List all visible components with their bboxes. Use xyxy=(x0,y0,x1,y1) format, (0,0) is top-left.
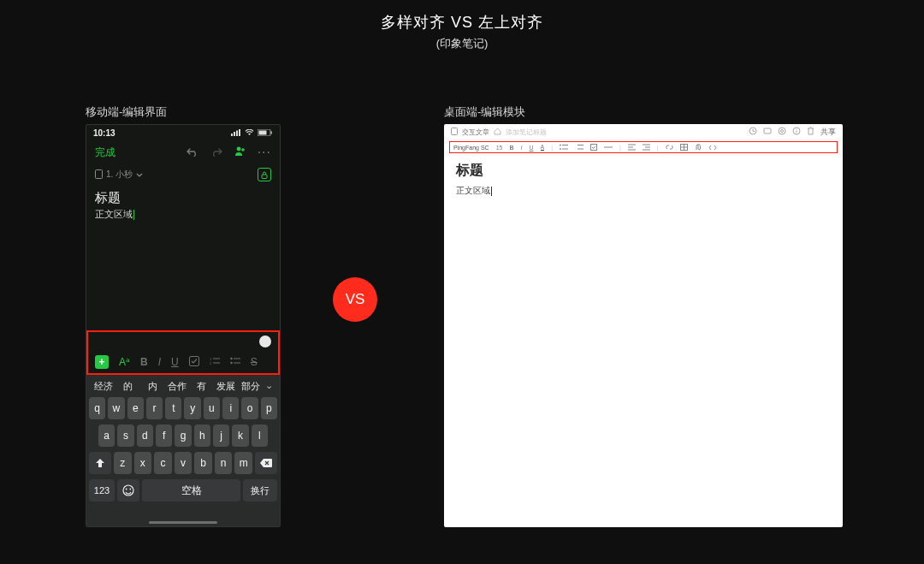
add-block-button[interactable]: + xyxy=(95,355,109,369)
separator: | xyxy=(551,145,553,151)
mobile-editor-panel: 10:13 完成 ··· xyxy=(86,124,281,527)
key[interactable]: m xyxy=(234,452,252,474)
backspace-key[interactable] xyxy=(255,452,277,474)
suggestion[interactable]: 合作 xyxy=(165,380,190,393)
bold-button[interactable]: B xyxy=(140,356,148,368)
text-cursor xyxy=(133,210,134,220)
svg-point-15 xyxy=(230,358,232,359)
bullet-list-icon[interactable] xyxy=(230,356,240,368)
indent-icon[interactable] xyxy=(643,144,650,151)
home-indicator xyxy=(149,521,217,524)
checklist-icon[interactable] xyxy=(189,356,199,369)
key[interactable]: l xyxy=(252,424,268,447)
bullet-list-icon[interactable] xyxy=(560,144,568,151)
chevron-down-icon[interactable]: ⌄ xyxy=(263,380,275,393)
strikethrough-button[interactable]: S xyxy=(251,356,258,368)
key[interactable]: b xyxy=(194,452,212,474)
key[interactable]: c xyxy=(154,452,172,474)
key[interactable]: z xyxy=(114,452,132,474)
undo-icon[interactable] xyxy=(187,145,198,160)
chevron-down-icon[interactable] xyxy=(136,170,143,180)
svg-rect-22 xyxy=(452,128,458,134)
suggestion[interactable]: 内 xyxy=(140,380,165,393)
desktop-editor-panel: 交互文章 添加笔记标题 共享 PingFang SC 15 B I U A | … xyxy=(444,124,843,527)
suggestion[interactable]: 部分 xyxy=(238,380,263,393)
desktop-note-title[interactable]: 标题 xyxy=(444,153,843,180)
key[interactable]: d xyxy=(137,424,153,447)
hr-icon[interactable] xyxy=(604,145,613,149)
svg-rect-8 xyxy=(96,169,103,178)
link-icon[interactable] xyxy=(666,144,673,151)
key[interactable]: j xyxy=(213,424,229,447)
table-icon[interactable] xyxy=(680,144,688,151)
space-key[interactable]: 空格 xyxy=(142,479,240,502)
svg-point-20 xyxy=(126,489,127,490)
key[interactable]: u xyxy=(204,397,220,419)
notebook-icon xyxy=(451,128,458,137)
font-size-select[interactable]: 15 xyxy=(496,145,503,151)
key[interactable]: o xyxy=(241,397,258,419)
key[interactable]: t xyxy=(165,397,181,419)
key[interactable]: s xyxy=(117,424,133,447)
key[interactable]: q xyxy=(89,397,105,419)
key[interactable]: e xyxy=(127,397,144,419)
crumb-note-name[interactable]: 1. 小秒 xyxy=(106,169,133,181)
underline-button[interactable]: U xyxy=(529,145,533,151)
share-button[interactable]: 共享 xyxy=(820,127,836,138)
redo-icon[interactable] xyxy=(210,145,222,160)
note-body[interactable]: 正文区域 xyxy=(86,206,280,223)
home-icon[interactable] xyxy=(494,128,501,137)
tag-icon[interactable] xyxy=(763,127,772,137)
emoji-key[interactable] xyxy=(117,479,139,502)
note-title[interactable]: 标题 xyxy=(86,185,280,206)
text-color-button[interactable]: A xyxy=(541,144,545,151)
share-person-icon[interactable] xyxy=(234,145,246,160)
key[interactable]: a xyxy=(98,424,115,447)
code-icon[interactable] xyxy=(708,145,717,151)
svg-rect-2 xyxy=(236,130,238,136)
desktop-note-body[interactable]: 正文区域 xyxy=(444,180,843,202)
key[interactable]: r xyxy=(146,397,163,419)
info-icon[interactable] xyxy=(792,127,801,137)
suggestion[interactable]: 发展 xyxy=(214,380,239,393)
align-icon[interactable] xyxy=(628,144,636,151)
attachment-icon[interactable] xyxy=(695,144,702,151)
key[interactable]: y xyxy=(184,397,200,419)
underline-button[interactable]: U xyxy=(171,356,179,368)
return-key[interactable]: 换行 xyxy=(243,479,277,502)
reminder-icon[interactable] xyxy=(749,127,757,137)
key[interactable]: v xyxy=(175,452,192,474)
breadcrumb[interactable]: 交互文章 xyxy=(462,128,489,137)
font-select[interactable]: PingFang SC xyxy=(453,145,489,151)
svg-text:2: 2 xyxy=(210,361,212,365)
key[interactable]: f xyxy=(156,424,172,447)
text-style-button[interactable]: Aᵃ xyxy=(119,356,130,368)
key[interactable]: g xyxy=(175,424,191,447)
ordered-list-icon[interactable]: 12 xyxy=(210,356,220,368)
lock-icon[interactable] xyxy=(258,168,271,181)
trash-icon[interactable] xyxy=(807,127,814,137)
key[interactable]: n xyxy=(215,452,233,474)
ordered-list-icon[interactable] xyxy=(575,144,583,151)
italic-button[interactable]: I xyxy=(521,145,523,151)
shift-key[interactable] xyxy=(89,452,111,474)
checklist-icon[interactable] xyxy=(590,144,597,151)
numeric-key[interactable]: 123 xyxy=(89,479,115,502)
key[interactable]: k xyxy=(232,424,248,447)
svg-point-21 xyxy=(129,489,131,490)
suggestion[interactable]: 经济 xyxy=(92,380,116,393)
svg-rect-36 xyxy=(591,145,597,151)
key[interactable]: i xyxy=(222,397,239,419)
key[interactable]: h xyxy=(194,424,210,447)
key[interactable]: p xyxy=(261,397,277,419)
done-button[interactable]: 完成 xyxy=(95,145,116,160)
suggestion[interactable]: 的 xyxy=(116,380,141,393)
italic-button[interactable]: I xyxy=(158,356,161,368)
collapse-button[interactable] xyxy=(259,335,271,347)
more-icon[interactable]: ··· xyxy=(258,145,271,160)
key[interactable]: w xyxy=(108,397,124,419)
bold-button[interactable]: B xyxy=(509,145,513,151)
suggestion[interactable]: 有 xyxy=(189,380,214,393)
history-icon[interactable] xyxy=(778,127,786,137)
key[interactable]: x xyxy=(134,452,152,474)
